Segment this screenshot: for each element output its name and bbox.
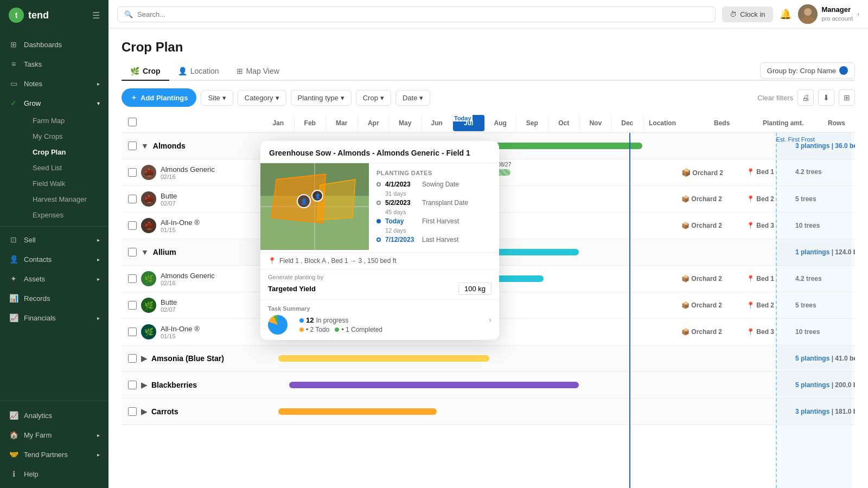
- sidebar-item-contacts[interactable]: 👤 Contacts ▸: [0, 249, 108, 269]
- group-amsonia-expand-icon[interactable]: ▶: [141, 354, 147, 363]
- tasks-in-progress-label: In progress: [316, 317, 348, 324]
- sidebar-item-tend-partners[interactable]: 🤝 Tend Partners ▸: [0, 445, 108, 464]
- group-blackberries-expand-icon[interactable]: ▶: [141, 381, 147, 389]
- filter-planting-type-button[interactable]: Planting type ▾: [291, 90, 352, 106]
- select-all-checkbox[interactable]: [128, 118, 137, 126]
- filters-row: ＋ Add Plantings Site ▾ Category ▾ Planti…: [122, 88, 855, 107]
- group-almonds-expand-icon[interactable]: ▼: [141, 142, 149, 150]
- sidebar-item-seed-list[interactable]: Seed List: [24, 160, 108, 176]
- row-checkbox[interactable]: [128, 195, 137, 203]
- user-menu[interactable]: Manager pro account ›: [798, 4, 859, 24]
- group-almonds-checkbox[interactable]: [128, 142, 137, 150]
- group-blackberries-name: Blackberries: [151, 381, 197, 389]
- header-beds: Beds: [709, 115, 757, 131]
- sow-days: 31 days: [376, 190, 492, 197]
- almonds-stats: 3 plantings | 36.0 bed m (0.17%) | $0.00…: [790, 138, 855, 154]
- crop-avatar: 🌿: [141, 271, 156, 286]
- group-carrots-expand-icon[interactable]: ▶: [141, 407, 147, 416]
- month-headers: Jan Feb Mar Apr May Jun Jul Aug Sep Oct …: [263, 115, 643, 131]
- sidebar-item-notes[interactable]: ▭ Notes ▸: [0, 74, 108, 93]
- search-box[interactable]: 🔍: [117, 7, 716, 22]
- my-farm-expand-icon: ▸: [97, 432, 100, 438]
- sidebar-item-analytics[interactable]: 📈 Analytics: [0, 406, 108, 425]
- crop-avatar: 🌰: [141, 218, 156, 233]
- sidebar-item-assets[interactable]: ✦ Assets ▸: [0, 269, 108, 288]
- row-checkbox[interactable]: [128, 274, 137, 283]
- sidebar-item-label: Help: [24, 470, 39, 478]
- sidebar-item-expenses[interactable]: Expenses: [24, 207, 108, 223]
- clear-filters-button[interactable]: Clear filters: [757, 94, 793, 102]
- filter-date-button[interactable]: Date ▾: [395, 90, 430, 106]
- sidebar-item-records[interactable]: 📊 Records: [0, 288, 108, 308]
- group-amsonia-timeline: [263, 345, 790, 371]
- group-almonds-left: ▼ Almonds: [122, 142, 263, 150]
- sidebar-item-my-crops[interactable]: My Crops: [24, 129, 108, 144]
- group-blackberries-checkbox[interactable]: [128, 381, 137, 389]
- tab-location[interactable]: 👤 Location: [169, 62, 228, 81]
- gantt-header-row: Jan Feb Mar Apr May Jun Jul Aug Sep Oct …: [122, 113, 855, 133]
- print-button[interactable]: 🖨: [797, 89, 814, 106]
- blackberries-bar: [289, 382, 579, 388]
- task-arrow-icon[interactable]: ›: [489, 315, 492, 325]
- dashboards-icon: ⊞: [9, 40, 18, 49]
- row-beds: 📍 Bed 2: [741, 297, 790, 313]
- tab-crop[interactable]: 🌿 Crop: [122, 62, 169, 81]
- group-allium-checkbox[interactable]: [128, 248, 137, 256]
- group-carrots-checkbox[interactable]: [128, 407, 137, 416]
- group-blackberries-left: ▶ Blackberries: [122, 381, 263, 389]
- sidebar-item-dashboards[interactable]: ⊞ Dashboards: [0, 35, 108, 54]
- sidebar-item-tasks[interactable]: ≡ Tasks: [0, 54, 108, 74]
- month-oct: Oct: [548, 115, 580, 131]
- crop-info: Almonds Generic 02/16: [161, 165, 215, 180]
- svg-point-1: [804, 8, 812, 16]
- header-planting-amt: Planting amt.: [757, 115, 822, 131]
- allium-stats: 1 plantings | 124.0 bed m (0.6%) | $248.…: [790, 244, 855, 260]
- sidebar-item-my-farm[interactable]: 🏠 My Farm ▸: [0, 425, 108, 445]
- crop-info: All-In-One ® 01/15: [161, 325, 200, 339]
- sidebar-item-sell[interactable]: ⊡ Sell ▸: [0, 230, 108, 249]
- logo-area: t tend: [9, 8, 49, 23]
- sidebar-item-farm-map[interactable]: Farm Map: [24, 113, 108, 129]
- sidebar-item-grow[interactable]: ✓ Grow ▾: [0, 93, 108, 113]
- row-checkbox[interactable]: [128, 328, 137, 336]
- crop-date: 02/07: [161, 200, 177, 207]
- group-amsonia-checkbox[interactable]: [128, 354, 137, 363]
- filter-site-button[interactable]: Site ▾: [201, 90, 233, 106]
- hamburger-icon[interactable]: ☰: [92, 10, 100, 21]
- sidebar-item-label: Dashboards: [24, 41, 62, 49]
- tend-partners-expand-icon: ▸: [97, 452, 100, 458]
- analytics-icon: 📈: [9, 410, 18, 420]
- popup-tasks[interactable]: Task Summary 12 In progress • 2 Todo • 1…: [260, 299, 499, 340]
- row-checkbox[interactable]: [128, 301, 137, 310]
- yield-title: Targeted Yield: [268, 285, 316, 293]
- filter-category-button[interactable]: Category ▾: [238, 90, 286, 106]
- sidebar-item-harvest-manager[interactable]: Harvest Manager: [24, 191, 108, 207]
- sidebar-item-help[interactable]: ℹ Help: [0, 464, 108, 484]
- group-by-button[interactable]: Group by: Crop Name: [760, 62, 855, 79]
- row-checkbox[interactable]: [128, 168, 137, 177]
- topbar-right: ⏱ Clock in 🔔 Manager pro account ›: [722, 4, 859, 24]
- filter-crop-button[interactable]: Crop ▾: [356, 90, 391, 106]
- sidebar-item-field-walk[interactable]: Field Walk: [24, 176, 108, 191]
- row-beds: 📍 Bed 1: [741, 164, 790, 181]
- location-tab-icon: 👤: [178, 67, 187, 75]
- sidebar-item-crop-plan[interactable]: Crop Plan: [24, 144, 108, 160]
- clock-in-button[interactable]: ⏱ Clock in: [722, 7, 773, 22]
- tab-map-view[interactable]: ⊞ Map View: [228, 62, 288, 81]
- add-plantings-button[interactable]: ＋ Add Plantings: [122, 88, 196, 107]
- row-amt: 5 trees: [790, 297, 855, 313]
- location-icon: 📦: [681, 222, 690, 229]
- download-button[interactable]: ⬇: [818, 89, 834, 106]
- row-checkbox[interactable]: [128, 221, 137, 230]
- tend-partners-icon: 🤝: [9, 450, 18, 459]
- crop-date: 02/16: [161, 280, 215, 286]
- carrots-stats-link: 3 plantings: [795, 408, 829, 415]
- sidebar-item-financials[interactable]: 📈 Financials ▸: [0, 308, 108, 328]
- location-icon: 📦: [681, 195, 690, 203]
- popup-body: 👤 👤 Planting Dates 4/1/2023 Sowing Date …: [260, 163, 499, 252]
- search-input[interactable]: [137, 10, 709, 18]
- popup-yield: Generate planting by Targeted Yield 100 …: [260, 269, 499, 299]
- columns-button[interactable]: ⊞: [839, 89, 855, 106]
- group-allium-expand-icon[interactable]: ▼: [141, 248, 149, 256]
- notifications-bell-icon[interactable]: 🔔: [780, 8, 792, 20]
